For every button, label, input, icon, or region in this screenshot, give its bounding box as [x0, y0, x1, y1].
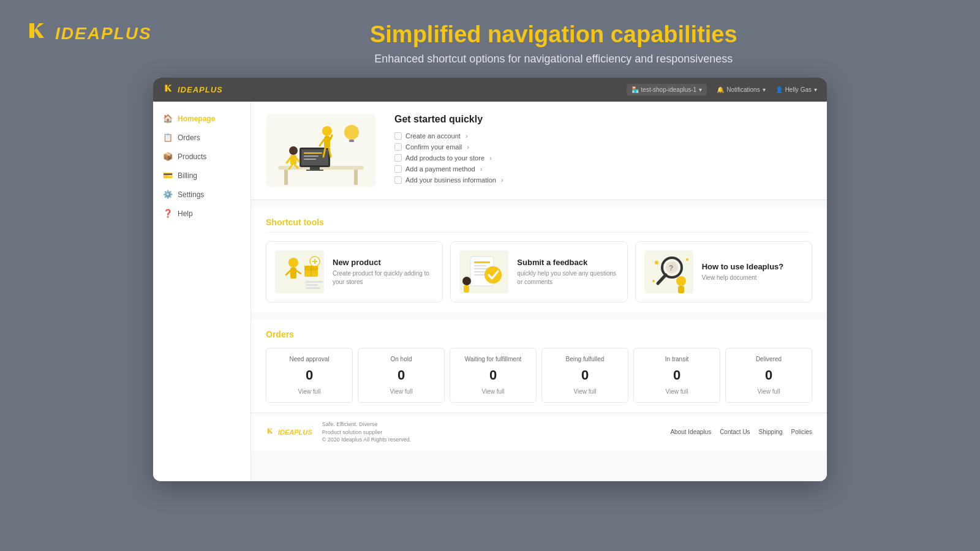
- svg-rect-9: [306, 170, 323, 171]
- outer-logo-icon: [24, 18, 49, 48]
- svg-rect-16: [324, 136, 330, 148]
- checkbox-2[interactable]: [394, 154, 402, 162]
- footer-link-contact[interactable]: Contact Us: [720, 429, 750, 435]
- order-link-5[interactable]: View full: [733, 388, 804, 395]
- help-name: How to use Ideaplus?: [702, 262, 784, 271]
- order-label-1: On hold: [366, 356, 437, 362]
- svg-rect-22: [290, 155, 296, 165]
- shortcut-cards: New product Create product for quickly a…: [266, 241, 812, 302]
- footer-tagline: Safe. Efficient. Diverse Product solutio…: [322, 421, 412, 444]
- svg-rect-45: [474, 268, 488, 269]
- settings-icon: ⚙️: [163, 190, 173, 199]
- feedback-desc: quickly help you solve any questions or …: [517, 269, 618, 287]
- feedback-illustration: [459, 250, 508, 293]
- sidebar-item-homepage[interactable]: 🏠 Homepage: [153, 109, 251, 128]
- help-desc: View help document: [702, 274, 784, 282]
- order-link-4[interactable]: View full: [641, 388, 712, 395]
- checklist-item-0[interactable]: Create an account ›: [394, 132, 812, 140]
- footer-link-shipping[interactable]: Shipping: [759, 429, 783, 435]
- sidebar-item-settings[interactable]: ⚙️ Settings: [153, 185, 251, 204]
- svg-point-55: [676, 276, 686, 286]
- checkbox-0[interactable]: [394, 132, 402, 140]
- svg-point-58: [655, 261, 658, 264]
- feedback-name: Submit a feedback: [517, 258, 618, 267]
- sidebar-item-billing[interactable]: 💳 Billing: [153, 166, 251, 185]
- home-icon: 🏠: [163, 114, 173, 123]
- sidebar: 🏠 Homepage 📋 Orders 📦 Products 💳 Billing…: [153, 102, 251, 481]
- checklist-item-4[interactable]: Add your business information ›: [394, 176, 812, 184]
- svg-marker-0: [29, 23, 44, 38]
- footer-link-policies[interactable]: Policies: [791, 429, 812, 435]
- order-link-0[interactable]: View full: [274, 388, 345, 395]
- new-product-desc: Create product for quickly adding to you…: [333, 269, 434, 287]
- header-text-area: Simplified navigation capabilities Enhan…: [152, 18, 956, 66]
- shortcut-card-help[interactable]: ? How to use Ideaplus? View help documen…: [635, 241, 812, 302]
- svg-point-10: [344, 125, 359, 140]
- shortcut-card-feedback[interactable]: Submit a feedback quickly help you solve…: [450, 241, 627, 302]
- sidebar-item-products[interactable]: 📦 Products: [153, 147, 251, 166]
- order-label-5: Delivered: [733, 356, 804, 362]
- new-product-illustration: [275, 250, 324, 293]
- main-title: Simplified navigation capabilities: [152, 21, 956, 48]
- svg-rect-11: [349, 140, 354, 142]
- order-label-4: In transit: [641, 356, 712, 362]
- order-count-4: 0: [641, 367, 712, 383]
- order-cards: Need approval 0 View full On hold 0 View…: [266, 348, 812, 403]
- app-logo-icon: [163, 83, 174, 97]
- arrow-4: ›: [501, 176, 503, 184]
- svg-rect-56: [678, 286, 684, 293]
- svg-rect-12: [304, 152, 322, 154]
- order-card-being-fulfilled: Being fulfulled 0 View full: [541, 348, 628, 403]
- order-card-waiting: Waiting for fulfillment 0 View full: [450, 348, 537, 403]
- sidebar-item-orders[interactable]: 📋 Orders: [153, 128, 251, 147]
- orders-section: Orders Need approval 0 View full On hold…: [251, 320, 827, 413]
- checklist-item-3[interactable]: Add a payment method ›: [394, 165, 812, 173]
- svg-point-15: [322, 126, 332, 136]
- svg-rect-50: [464, 285, 469, 293]
- sidebar-item-help[interactable]: ❓ Help: [153, 204, 251, 223]
- footer-link-about[interactable]: About Ideaplus: [670, 429, 711, 435]
- outer-background: IDEAPLUS Simplified navigation capabilit…: [0, 0, 980, 500]
- app-header: IDEAPLUS 🏪 test-shop-ideaplus-1 ▾ 🔔 Noti…: [153, 78, 827, 102]
- order-count-0: 0: [274, 367, 345, 383]
- checklist-item-2[interactable]: Add products to your store ›: [394, 154, 812, 162]
- shortcuts-section: Shortcut tools: [251, 208, 827, 312]
- svg-rect-4: [284, 170, 288, 185]
- shop-selector[interactable]: 🏪 test-shop-ideaplus-1 ▾: [627, 84, 707, 96]
- order-link-1[interactable]: View full: [366, 388, 437, 395]
- svg-point-48: [484, 266, 502, 283]
- browser-window: IDEAPLUS 🏪 test-shop-ideaplus-1 ▾ 🔔 Noti…: [153, 78, 827, 481]
- order-count-5: 0: [733, 367, 804, 383]
- svg-marker-1: [165, 85, 172, 92]
- subtitle: Enhanced shortcut options for navigation…: [152, 53, 956, 66]
- help-info: How to use Ideaplus? View help document: [702, 262, 784, 282]
- order-link-2[interactable]: View full: [458, 388, 529, 395]
- notifications-button[interactable]: 🔔 Notifications ▾: [717, 86, 765, 93]
- app-body: 🏠 Homepage 📋 Orders 📦 Products 💳 Billing…: [153, 102, 827, 481]
- shortcut-card-new-product[interactable]: New product Create product for quickly a…: [266, 241, 443, 302]
- checkbox-3[interactable]: [394, 165, 402, 173]
- order-link-3[interactable]: View full: [549, 388, 620, 395]
- order-card-delivered: Delivered 0 View full: [725, 348, 812, 403]
- checkbox-1[interactable]: [394, 143, 402, 151]
- svg-point-21: [289, 146, 298, 155]
- svg-marker-61: [268, 429, 273, 433]
- outer-brand-logo: IDEAPLUS: [24, 18, 152, 48]
- svg-rect-8: [310, 167, 320, 170]
- outer-brand-name: IDEAPLUS: [55, 24, 152, 43]
- app-footer: IDEAPLUS Safe. Efficient. Diverse Produc…: [251, 413, 827, 451]
- svg-rect-46: [474, 271, 485, 272]
- footer-logo: IDEAPLUS: [266, 427, 312, 438]
- arrow-1: ›: [467, 143, 469, 151]
- svg-rect-13: [304, 156, 318, 157]
- order-card-need-approval: Need approval 0 View full: [266, 348, 353, 403]
- app-logo: IDEAPLUS: [163, 83, 223, 97]
- order-card-in-transit: In transit 0 View full: [633, 348, 720, 403]
- user-menu[interactable]: 👤 Helly Gas ▾: [775, 86, 817, 93]
- svg-rect-39: [306, 284, 318, 286]
- checkbox-4[interactable]: [394, 176, 402, 184]
- footer-links: About Ideaplus Contact Us Shipping Polic…: [670, 429, 812, 435]
- order-label-0: Need approval: [274, 356, 345, 362]
- checklist-item-1[interactable]: Confirm your email ›: [394, 143, 812, 151]
- welcome-title: Get started quickly: [394, 114, 812, 125]
